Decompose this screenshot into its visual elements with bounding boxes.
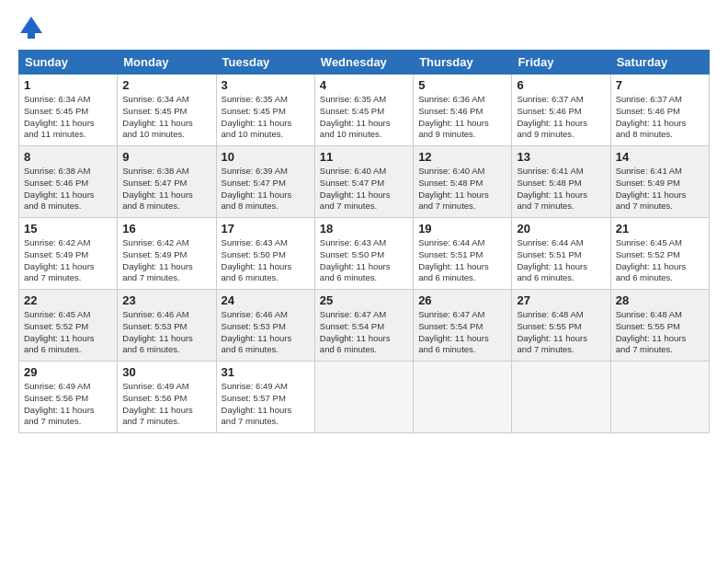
day-detail: Sunrise: 6:49 AM Sunset: 5:57 PM Dayligh…	[222, 381, 310, 428]
calendar-cell: 2Sunrise: 6:34 AM Sunset: 5:45 PM Daylig…	[118, 75, 216, 146]
weekday-header-friday: Friday	[512, 51, 610, 75]
day-detail: Sunrise: 6:40 AM Sunset: 5:47 PM Dayligh…	[320, 166, 408, 213]
calendar-week-5: 29Sunrise: 6:49 AM Sunset: 5:56 PM Dayli…	[19, 362, 710, 433]
calendar-cell: 19Sunrise: 6:44 AM Sunset: 5:51 PM Dayli…	[414, 218, 512, 290]
weekday-header-sunday: Sunday	[19, 51, 118, 75]
day-number: 29	[24, 365, 112, 379]
day-detail: Sunrise: 6:47 AM Sunset: 5:54 PM Dayligh…	[320, 309, 408, 356]
day-number: 13	[517, 150, 605, 164]
logo-icon	[18, 15, 44, 40]
day-number: 4	[320, 78, 408, 92]
day-number: 7	[616, 78, 704, 92]
day-number: 2	[122, 78, 210, 92]
day-number: 27	[517, 293, 605, 307]
day-number: 1	[24, 78, 112, 92]
day-number: 16	[122, 222, 210, 236]
weekday-header-row: SundayMondayTuesdayWednesdayThursdayFrid…	[19, 51, 710, 75]
calendar-cell: 24Sunrise: 6:46 AM Sunset: 5:53 PM Dayli…	[216, 290, 314, 362]
calendar-cell: 17Sunrise: 6:43 AM Sunset: 5:50 PM Dayli…	[216, 218, 314, 290]
calendar-cell: 16Sunrise: 6:42 AM Sunset: 5:49 PM Dayli…	[118, 218, 216, 290]
calendar-week-4: 22Sunrise: 6:45 AM Sunset: 5:52 PM Dayli…	[19, 290, 710, 362]
calendar-week-1: 1Sunrise: 6:34 AM Sunset: 5:45 PM Daylig…	[19, 75, 710, 146]
calendar-cell: 21Sunrise: 6:45 AM Sunset: 5:52 PM Dayli…	[610, 218, 709, 290]
svg-rect-1	[28, 33, 35, 39]
weekday-header-wednesday: Wednesday	[314, 51, 413, 75]
calendar-cell: 13Sunrise: 6:41 AM Sunset: 5:48 PM Dayli…	[512, 146, 610, 218]
calendar-cell: 6Sunrise: 6:37 AM Sunset: 5:46 PM Daylig…	[512, 75, 610, 146]
calendar-cell: 29Sunrise: 6:49 AM Sunset: 5:56 PM Dayli…	[19, 362, 118, 433]
calendar-cell: 31Sunrise: 6:49 AM Sunset: 5:57 PM Dayli…	[216, 362, 314, 433]
day-number: 22	[24, 293, 112, 307]
day-number: 26	[418, 293, 506, 307]
calendar-cell: 27Sunrise: 6:48 AM Sunset: 5:55 PM Dayli…	[512, 290, 610, 362]
day-detail: Sunrise: 6:44 AM Sunset: 5:51 PM Dayligh…	[418, 237, 506, 284]
day-number: 8	[24, 150, 112, 164]
day-number: 20	[517, 222, 605, 236]
day-detail: Sunrise: 6:43 AM Sunset: 5:50 PM Dayligh…	[320, 237, 408, 284]
calendar-cell: 23Sunrise: 6:46 AM Sunset: 5:53 PM Dayli…	[118, 290, 216, 362]
header	[18, 15, 710, 40]
day-detail: Sunrise: 6:45 AM Sunset: 5:52 PM Dayligh…	[616, 237, 704, 284]
day-detail: Sunrise: 6:49 AM Sunset: 5:56 PM Dayligh…	[122, 381, 210, 428]
day-number: 24	[222, 293, 310, 307]
day-detail: Sunrise: 6:34 AM Sunset: 5:45 PM Dayligh…	[122, 94, 210, 141]
day-detail: Sunrise: 6:42 AM Sunset: 5:49 PM Dayligh…	[24, 237, 112, 284]
day-detail: Sunrise: 6:48 AM Sunset: 5:55 PM Dayligh…	[517, 309, 605, 356]
weekday-header-tuesday: Tuesday	[216, 51, 314, 75]
calendar-cell: 18Sunrise: 6:43 AM Sunset: 5:50 PM Dayli…	[314, 218, 413, 290]
day-number: 25	[320, 293, 408, 307]
svg-marker-0	[20, 17, 42, 33]
calendar-cell: 15Sunrise: 6:42 AM Sunset: 5:49 PM Dayli…	[19, 218, 118, 290]
calendar-cell: 5Sunrise: 6:36 AM Sunset: 5:46 PM Daylig…	[414, 75, 512, 146]
day-number: 3	[222, 78, 310, 92]
day-detail: Sunrise: 6:44 AM Sunset: 5:51 PM Dayligh…	[517, 237, 605, 284]
day-number: 17	[222, 222, 310, 236]
day-number: 23	[122, 293, 210, 307]
day-number: 19	[418, 222, 506, 236]
calendar-cell: 3Sunrise: 6:35 AM Sunset: 5:45 PM Daylig…	[216, 75, 314, 146]
day-detail: Sunrise: 6:46 AM Sunset: 5:53 PM Dayligh…	[122, 309, 210, 356]
day-number: 30	[122, 365, 210, 379]
day-number: 11	[320, 150, 408, 164]
calendar-cell: 14Sunrise: 6:41 AM Sunset: 5:49 PM Dayli…	[610, 146, 709, 218]
weekday-header-monday: Monday	[118, 51, 216, 75]
day-number: 10	[222, 150, 310, 164]
day-detail: Sunrise: 6:40 AM Sunset: 5:48 PM Dayligh…	[418, 166, 506, 213]
calendar-cell: 22Sunrise: 6:45 AM Sunset: 5:52 PM Dayli…	[19, 290, 118, 362]
day-number: 5	[418, 78, 506, 92]
calendar-cell: 28Sunrise: 6:48 AM Sunset: 5:55 PM Dayli…	[610, 290, 709, 362]
day-detail: Sunrise: 6:37 AM Sunset: 5:46 PM Dayligh…	[616, 94, 704, 141]
calendar-cell: 11Sunrise: 6:40 AM Sunset: 5:47 PM Dayli…	[314, 146, 413, 218]
day-number: 9	[122, 150, 210, 164]
calendar-cell: 4Sunrise: 6:35 AM Sunset: 5:45 PM Daylig…	[314, 75, 413, 146]
calendar-cell	[512, 362, 610, 433]
day-detail: Sunrise: 6:49 AM Sunset: 5:56 PM Dayligh…	[24, 381, 112, 428]
day-number: 21	[616, 222, 704, 236]
page: SundayMondayTuesdayWednesdayThursdayFrid…	[0, 0, 728, 563]
day-detail: Sunrise: 6:45 AM Sunset: 5:52 PM Dayligh…	[24, 309, 112, 356]
day-detail: Sunrise: 6:39 AM Sunset: 5:47 PM Dayligh…	[222, 166, 310, 213]
day-detail: Sunrise: 6:48 AM Sunset: 5:55 PM Dayligh…	[616, 309, 704, 356]
calendar-cell: 9Sunrise: 6:38 AM Sunset: 5:47 PM Daylig…	[118, 146, 216, 218]
calendar-week-3: 15Sunrise: 6:42 AM Sunset: 5:49 PM Dayli…	[19, 218, 710, 290]
calendar-cell: 12Sunrise: 6:40 AM Sunset: 5:48 PM Dayli…	[414, 146, 512, 218]
calendar-week-2: 8Sunrise: 6:38 AM Sunset: 5:46 PM Daylig…	[19, 146, 710, 218]
day-detail: Sunrise: 6:34 AM Sunset: 5:45 PM Dayligh…	[24, 94, 112, 141]
day-number: 15	[24, 222, 112, 236]
day-detail: Sunrise: 6:38 AM Sunset: 5:47 PM Dayligh…	[122, 166, 210, 213]
weekday-header-thursday: Thursday	[414, 51, 512, 75]
day-detail: Sunrise: 6:43 AM Sunset: 5:50 PM Dayligh…	[222, 237, 310, 284]
calendar-cell: 8Sunrise: 6:38 AM Sunset: 5:46 PM Daylig…	[19, 146, 118, 218]
calendar-cell: 25Sunrise: 6:47 AM Sunset: 5:54 PM Dayli…	[314, 290, 413, 362]
day-detail: Sunrise: 6:41 AM Sunset: 5:49 PM Dayligh…	[616, 166, 704, 213]
day-detail: Sunrise: 6:35 AM Sunset: 5:45 PM Dayligh…	[222, 94, 310, 141]
calendar-cell: 30Sunrise: 6:49 AM Sunset: 5:56 PM Dayli…	[118, 362, 216, 433]
day-detail: Sunrise: 6:42 AM Sunset: 5:49 PM Dayligh…	[122, 237, 210, 284]
calendar-cell: 7Sunrise: 6:37 AM Sunset: 5:46 PM Daylig…	[610, 75, 709, 146]
calendar-cell	[610, 362, 709, 433]
calendar-table: SundayMondayTuesdayWednesdayThursdayFrid…	[18, 50, 710, 433]
day-detail: Sunrise: 6:38 AM Sunset: 5:46 PM Dayligh…	[24, 166, 112, 213]
calendar-cell: 20Sunrise: 6:44 AM Sunset: 5:51 PM Dayli…	[512, 218, 610, 290]
logo	[18, 15, 46, 40]
day-detail: Sunrise: 6:41 AM Sunset: 5:48 PM Dayligh…	[517, 166, 605, 213]
